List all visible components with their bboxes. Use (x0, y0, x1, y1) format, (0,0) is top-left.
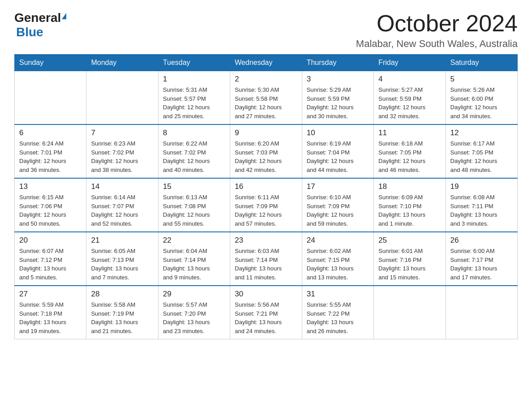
day-info: Sunrise: 6:11 AM Sunset: 7:09 PM Dayligh… (235, 193, 297, 228)
day-number: 19 (450, 182, 513, 191)
day-number: 13 (19, 182, 82, 191)
day-info: Sunrise: 5:30 AM Sunset: 5:58 PM Dayligh… (235, 86, 297, 120)
day-info: Sunrise: 6:00 AM Sunset: 7:17 PM Dayligh… (450, 247, 513, 282)
logo: General Blue (14, 11, 66, 39)
day-number: 8 (163, 128, 225, 137)
day-number: 9 (235, 128, 297, 137)
day-number: 16 (235, 182, 297, 191)
day-info: Sunrise: 5:57 AM Sunset: 7:20 PM Dayligh… (163, 300, 225, 335)
calendar-week-row: 13Sunrise: 6:15 AM Sunset: 7:06 PM Dayli… (15, 178, 518, 232)
day-info: Sunrise: 6:13 AM Sunset: 7:08 PM Dayligh… (163, 193, 225, 228)
calendar-cell (15, 71, 86, 125)
calendar-cell: 16Sunrise: 6:11 AM Sunset: 7:09 PM Dayli… (230, 178, 302, 232)
calendar-cell: 2Sunrise: 5:30 AM Sunset: 5:58 PM Daylig… (230, 71, 302, 125)
day-number: 17 (307, 182, 369, 191)
weekday-header-friday: Friday (374, 55, 446, 71)
weekday-header-monday: Monday (86, 55, 158, 71)
day-info: Sunrise: 6:10 AM Sunset: 7:09 PM Dayligh… (307, 193, 369, 228)
day-info: Sunrise: 6:05 AM Sunset: 7:13 PM Dayligh… (91, 247, 153, 282)
day-info: Sunrise: 5:55 AM Sunset: 7:22 PM Dayligh… (307, 300, 369, 335)
day-number: 3 (307, 75, 369, 84)
day-info: Sunrise: 6:04 AM Sunset: 7:14 PM Dayligh… (163, 247, 225, 282)
calendar-cell: 13Sunrise: 6:15 AM Sunset: 7:06 PM Dayli… (15, 178, 86, 232)
day-number: 2 (235, 75, 297, 84)
day-info: Sunrise: 6:24 AM Sunset: 7:01 PM Dayligh… (19, 139, 82, 174)
calendar-cell: 31Sunrise: 5:55 AM Sunset: 7:22 PM Dayli… (302, 286, 373, 339)
day-number: 28 (91, 290, 153, 299)
calendar-cell: 7Sunrise: 6:23 AM Sunset: 7:02 PM Daylig… (86, 124, 158, 178)
calendar-cell: 25Sunrise: 6:01 AM Sunset: 7:16 PM Dayli… (374, 232, 446, 286)
day-number: 23 (235, 236, 297, 245)
calendar-cell: 11Sunrise: 6:18 AM Sunset: 7:05 PM Dayli… (374, 124, 446, 178)
weekday-header-wednesday: Wednesday (230, 55, 302, 71)
day-number: 7 (91, 128, 153, 137)
day-number: 29 (163, 290, 225, 299)
day-info: Sunrise: 6:07 AM Sunset: 7:12 PM Dayligh… (19, 247, 82, 282)
calendar-cell: 5Sunrise: 5:26 AM Sunset: 6:00 PM Daylig… (446, 71, 517, 125)
calendar-cell: 30Sunrise: 5:56 AM Sunset: 7:21 PM Dayli… (230, 286, 302, 339)
calendar-cell: 21Sunrise: 6:05 AM Sunset: 7:13 PM Dayli… (86, 232, 158, 286)
weekday-header-sunday: Sunday (15, 55, 86, 71)
calendar-cell: 4Sunrise: 5:27 AM Sunset: 5:59 PM Daylig… (374, 71, 446, 125)
calendar-cell: 6Sunrise: 6:24 AM Sunset: 7:01 PM Daylig… (15, 124, 86, 178)
day-number: 24 (307, 236, 369, 245)
calendar-cell: 3Sunrise: 5:29 AM Sunset: 5:59 PM Daylig… (302, 71, 373, 125)
calendar-cell: 8Sunrise: 6:22 AM Sunset: 7:02 PM Daylig… (158, 124, 230, 178)
calendar-cell: 24Sunrise: 6:02 AM Sunset: 7:15 PM Dayli… (302, 232, 373, 286)
day-number: 27 (19, 290, 82, 299)
day-info: Sunrise: 6:09 AM Sunset: 7:10 PM Dayligh… (378, 193, 441, 228)
day-info: Sunrise: 6:08 AM Sunset: 7:11 PM Dayligh… (450, 193, 513, 228)
day-info: Sunrise: 5:58 AM Sunset: 7:19 PM Dayligh… (91, 300, 153, 335)
calendar-cell: 22Sunrise: 6:04 AM Sunset: 7:14 PM Dayli… (158, 232, 230, 286)
calendar-cell: 18Sunrise: 6:09 AM Sunset: 7:10 PM Dayli… (374, 178, 446, 232)
weekday-header-thursday: Thursday (302, 55, 373, 71)
day-info: Sunrise: 5:26 AM Sunset: 6:00 PM Dayligh… (450, 86, 513, 120)
day-info: Sunrise: 5:31 AM Sunset: 5:57 PM Dayligh… (163, 86, 225, 120)
day-number: 30 (235, 290, 297, 299)
calendar-cell: 20Sunrise: 6:07 AM Sunset: 7:12 PM Dayli… (15, 232, 86, 286)
day-info: Sunrise: 5:59 AM Sunset: 7:18 PM Dayligh… (19, 300, 82, 335)
weekday-header-saturday: Saturday (446, 55, 517, 71)
logo-triangle-icon (62, 13, 66, 19)
day-info: Sunrise: 6:18 AM Sunset: 7:05 PM Dayligh… (378, 139, 441, 174)
calendar-cell: 23Sunrise: 6:03 AM Sunset: 7:14 PM Dayli… (230, 232, 302, 286)
calendar-week-row: 1Sunrise: 5:31 AM Sunset: 5:57 PM Daylig… (15, 71, 518, 125)
title-area: October 2024 Malabar, New South Wales, A… (356, 11, 518, 50)
calendar-cell: 9Sunrise: 6:20 AM Sunset: 7:03 PM Daylig… (230, 124, 302, 178)
calendar-cell: 29Sunrise: 5:57 AM Sunset: 7:20 PM Dayli… (158, 286, 230, 339)
day-number: 4 (378, 75, 441, 84)
calendar-cell: 27Sunrise: 5:59 AM Sunset: 7:18 PM Dayli… (15, 286, 86, 339)
calendar-cell: 12Sunrise: 6:17 AM Sunset: 7:05 PM Dayli… (446, 124, 517, 178)
calendar-week-row: 6Sunrise: 6:24 AM Sunset: 7:01 PM Daylig… (15, 124, 518, 178)
day-number: 25 (378, 236, 441, 245)
day-info: Sunrise: 6:03 AM Sunset: 7:14 PM Dayligh… (235, 247, 297, 282)
day-info: Sunrise: 6:22 AM Sunset: 7:02 PM Dayligh… (163, 139, 225, 174)
logo-general-text: General (14, 11, 61, 25)
day-info: Sunrise: 6:14 AM Sunset: 7:07 PM Dayligh… (91, 193, 153, 228)
day-info: Sunrise: 5:27 AM Sunset: 5:59 PM Dayligh… (378, 86, 441, 120)
calendar-cell (446, 286, 517, 339)
calendar-cell: 19Sunrise: 6:08 AM Sunset: 7:11 PM Dayli… (446, 178, 517, 232)
calendar-cell: 1Sunrise: 5:31 AM Sunset: 5:57 PM Daylig… (158, 71, 230, 125)
calendar-week-row: 20Sunrise: 6:07 AM Sunset: 7:12 PM Dayli… (15, 232, 518, 286)
day-info: Sunrise: 5:56 AM Sunset: 7:21 PM Dayligh… (235, 300, 297, 335)
page-header: General Blue October 2024 Malabar, New S… (14, 11, 518, 50)
day-number: 20 (19, 236, 82, 245)
day-number: 11 (378, 128, 441, 137)
weekday-header-row: SundayMondayTuesdayWednesdayThursdayFrid… (15, 55, 518, 71)
day-number: 22 (163, 236, 225, 245)
day-info: Sunrise: 6:20 AM Sunset: 7:03 PM Dayligh… (235, 139, 297, 174)
calendar-cell (374, 286, 446, 339)
day-info: Sunrise: 6:01 AM Sunset: 7:16 PM Dayligh… (378, 247, 441, 282)
calendar-cell: 28Sunrise: 5:58 AM Sunset: 7:19 PM Dayli… (86, 286, 158, 339)
calendar-cell: 15Sunrise: 6:13 AM Sunset: 7:08 PM Dayli… (158, 178, 230, 232)
calendar-title: October 2024 (356, 11, 518, 36)
day-number: 15 (163, 182, 225, 191)
logo-blue-text: Blue (16, 25, 43, 39)
day-info: Sunrise: 6:17 AM Sunset: 7:05 PM Dayligh… (450, 139, 513, 174)
day-number: 21 (91, 236, 153, 245)
weekday-header-tuesday: Tuesday (158, 55, 230, 71)
day-number: 14 (91, 182, 153, 191)
day-number: 5 (450, 75, 513, 84)
day-number: 12 (450, 128, 513, 137)
